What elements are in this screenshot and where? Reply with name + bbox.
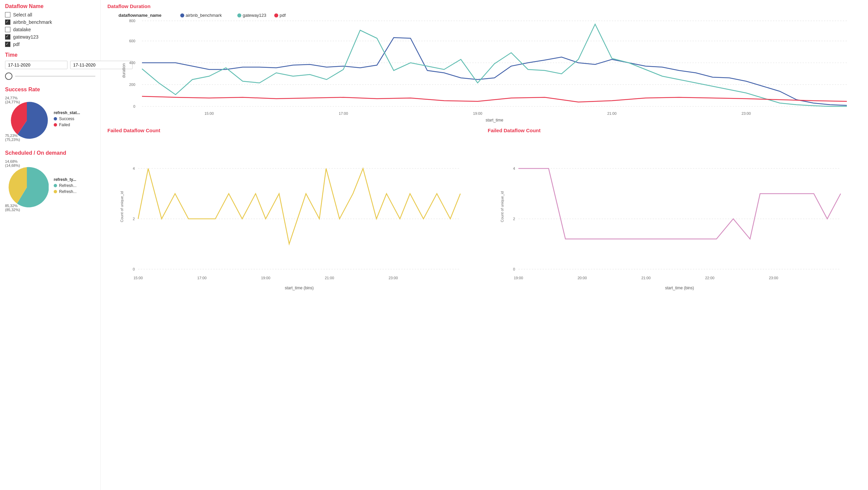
failed-label: Failed <box>59 123 70 127</box>
svg-text:19:00: 19:00 <box>514 276 523 280</box>
failed-count-2-chart: Count of unique_id 0 2 4 19:00 20:00 21:… <box>488 135 861 303</box>
datalake-item[interactable]: datalake <box>5 27 95 32</box>
svg-text:4: 4 <box>132 166 134 171</box>
svg-text:21:00: 21:00 <box>607 112 617 116</box>
airbnb-label: airbnb_benchmark <box>13 20 52 25</box>
pie2-label-large: 85,32% (85,32%) <box>5 204 20 212</box>
svg-text:dataflowname_name: dataflowname_name <box>119 13 161 18</box>
pie1-label-success: 75,23% (75,23%) <box>5 133 20 142</box>
pdf-item[interactable]: pdf <box>5 41 95 47</box>
slider-track[interactable] <box>15 76 95 76</box>
datalake-label: datalake <box>13 27 31 32</box>
gateway-checkbox[interactable] <box>5 34 10 40</box>
svg-text:2: 2 <box>132 217 134 221</box>
svg-text:19:00: 19:00 <box>261 276 271 280</box>
svg-text:0: 0 <box>513 267 515 271</box>
yellow-dot <box>54 190 57 193</box>
pdf-checkbox[interactable] <box>5 41 10 47</box>
refresh-teal-label: Refresh... <box>59 183 76 188</box>
date-range <box>5 61 95 69</box>
svg-point-1 <box>180 13 184 18</box>
airbnb-checkbox[interactable] <box>5 20 10 25</box>
svg-text:Count of unique_id: Count of unique_id <box>500 191 504 222</box>
time-slider[interactable] <box>5 72 95 80</box>
pie1-label-failed: 24,77% (24,77%) <box>5 96 20 104</box>
bottom-charts: Failed Dataflow Count Count of unique_id… <box>107 127 861 487</box>
teal-dot <box>54 184 57 187</box>
svg-text:21:00: 21:00 <box>325 276 334 280</box>
svg-text:23:00: 23:00 <box>389 276 398 280</box>
airbnb-item[interactable]: airbnb_benchmark <box>5 20 95 25</box>
duration-chart: dataflowname_name airbnb_benchmark gatew… <box>107 11 861 123</box>
svg-text:800: 800 <box>129 19 135 23</box>
gateway-label: gateway123 <box>13 34 39 40</box>
slider-handle[interactable] <box>5 72 12 80</box>
svg-text:0: 0 <box>132 267 134 271</box>
svg-text:19:00: 19:00 <box>473 112 482 116</box>
scheduled-pie-wrapper: 14,68% (14,68%) 85,32% (85,32%) <box>5 159 49 213</box>
success-legend: refresh_stat... Success Failed <box>54 111 80 128</box>
success-dot <box>54 117 57 121</box>
svg-text:gateway123: gateway123 <box>243 13 266 18</box>
svg-text:20:00: 20:00 <box>578 276 587 280</box>
failed-count-2-title: Failed Dataflow Count <box>488 127 861 133</box>
scheduled-legend-teal: Refresh... <box>54 183 76 188</box>
success-legend-success: Success <box>54 117 80 121</box>
failed-count-1-section: Failed Dataflow Count Count of unique_id… <box>107 127 481 487</box>
date-from-input[interactable] <box>5 61 67 69</box>
success-legend-failed: Failed <box>54 123 80 127</box>
scheduled-title: Scheduled / On demand <box>5 150 95 156</box>
scheduled-legend-title: refresh_ty... <box>54 177 76 182</box>
svg-text:23:00: 23:00 <box>769 276 778 280</box>
svg-text:2: 2 <box>513 217 515 221</box>
scheduled-legend: refresh_ty... Refresh... Refresh... <box>54 177 76 195</box>
svg-text:start_time (bins): start_time (bins) <box>665 286 694 290</box>
select-all-checkbox[interactable] <box>5 12 10 18</box>
svg-text:0: 0 <box>133 104 135 109</box>
svg-text:22:00: 22:00 <box>705 276 715 280</box>
svg-text:17:00: 17:00 <box>339 112 348 116</box>
time-title: Time <box>5 52 95 58</box>
svg-text:21:00: 21:00 <box>642 276 651 280</box>
refresh-yellow-label: Refresh... <box>59 189 76 194</box>
success-pie-wrapper: 24,77% (24,77%) 75,23% (75,23%) <box>5 95 49 143</box>
success-legend-title: refresh_stat... <box>54 111 80 115</box>
duration-title: Dataflow Duration <box>107 3 861 9</box>
svg-point-3 <box>237 13 241 18</box>
svg-point-5 <box>274 13 278 18</box>
success-pie-container: 24,77% (24,77%) 75,23% (75,23%) refresh_… <box>5 95 95 143</box>
svg-text:start_time (bins): start_time (bins) <box>285 286 313 290</box>
success-rate-title: Success Rate <box>5 87 95 93</box>
svg-text:duration: duration <box>122 63 126 78</box>
scheduled-pie-container: 14,68% (14,68%) 85,32% (85,32%) refresh_… <box>5 159 95 213</box>
svg-text:airbnb_benchmark: airbnb_benchmark <box>186 13 222 18</box>
failed-count-1-title: Failed Dataflow Count <box>107 127 481 133</box>
pdf-label: pdf <box>13 41 20 47</box>
svg-text:15:00: 15:00 <box>133 276 143 280</box>
scheduled-legend-yellow: Refresh... <box>54 189 76 194</box>
select-all-label: Select all <box>13 12 32 18</box>
success-label: Success <box>59 117 74 121</box>
svg-text:200: 200 <box>129 83 135 87</box>
failed-count-1-chart: Count of unique_id 0 2 4 15:00 17:00 19:… <box>107 135 481 303</box>
svg-text:400: 400 <box>129 61 135 65</box>
svg-text:17:00: 17:00 <box>197 276 207 280</box>
select-all-item[interactable]: Select all <box>5 12 95 18</box>
svg-text:600: 600 <box>129 39 135 43</box>
svg-text:start_time: start_time <box>486 118 503 123</box>
svg-text:Count of unique_id: Count of unique_id <box>120 191 124 222</box>
pie2-label-small: 14,68% (14,68%) <box>5 159 20 167</box>
failed-count-2-section: Failed Dataflow Count Count of unique_id… <box>488 127 861 487</box>
svg-text:15:00: 15:00 <box>205 112 214 116</box>
duration-section: Dataflow Duration dataflowname_name airb… <box>107 3 861 124</box>
datalake-checkbox[interactable] <box>5 27 10 32</box>
svg-text:23:00: 23:00 <box>741 112 751 116</box>
failed-dot <box>54 123 57 126</box>
svg-text:4: 4 <box>513 166 515 171</box>
dataflow-name-title: Dataflow Name <box>5 3 95 9</box>
gateway-item[interactable]: gateway123 <box>5 34 95 40</box>
svg-text:pdf: pdf <box>280 13 286 18</box>
